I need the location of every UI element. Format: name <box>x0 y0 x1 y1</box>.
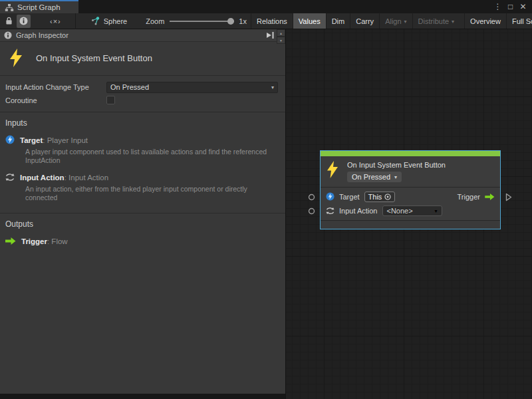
flow-arrow-icon <box>5 237 16 245</box>
chevron-down-icon: ▾ <box>452 19 454 25</box>
toolbar-divider <box>75 13 76 29</box>
trigger-output-port[interactable] <box>505 193 512 201</box>
zoom-label: Zoom <box>146 17 164 25</box>
info-icon <box>19 17 28 25</box>
port-name: Trigger <box>21 237 47 245</box>
graph-context-icon <box>90 16 100 26</box>
tab-script-graph[interactable]: Script Graph <box>0 0 78 13</box>
chevron-down-icon: ▾ <box>404 19 407 25</box>
inspector-title: Graph Inspector <box>16 31 266 39</box>
toolbar-button-fullscreen[interactable]: Full Screen <box>506 13 532 29</box>
code-view-button[interactable]: ‹×› <box>47 15 64 28</box>
node-row-label: Target <box>339 193 360 201</box>
toolbar: ‹×› Sphere Zoom 1x <box>0 13 532 29</box>
outputs-heading: Outputs <box>5 219 280 229</box>
toolbar-button-distribute[interactable]: Distribute ▾ <box>412 13 460 29</box>
script-graph-window: Script Graph ⋮ □ ✕ <box>0 0 532 399</box>
zoom-slider-track[interactable] <box>170 21 234 22</box>
node-row-input-action: Input Action <None> ▾ <box>326 203 495 217</box>
input-action-icon <box>326 207 334 215</box>
target-value-chip[interactable]: This <box>364 192 396 202</box>
inspector-toggle-button[interactable] <box>17 15 31 28</box>
inspector-scroll-strip: ▲ ▼ <box>277 29 285 44</box>
info-icon <box>4 31 12 39</box>
toolbar-button-align[interactable]: Align ▾ <box>379 13 412 29</box>
unit-title: On Input System Event Button <box>36 53 152 63</box>
tab-label: Script Graph <box>17 3 61 11</box>
graph-icon <box>5 3 14 12</box>
dock-panel-icon[interactable] <box>266 31 275 39</box>
node-mode-dropdown[interactable]: On Pressed ▾ <box>347 172 402 182</box>
port-type: : Player Input <box>43 136 88 144</box>
input-port-target: Target: Player Input A player input comp… <box>5 134 280 165</box>
window-menu-icon[interactable]: ⋮ <box>493 1 503 13</box>
node-accent-bar <box>321 151 500 156</box>
player-input-icon <box>326 192 334 201</box>
lock-icon <box>5 17 13 25</box>
port-name: Input Action <box>20 174 65 182</box>
toolbar-button-values[interactable]: Values <box>293 13 326 29</box>
output-port-trigger: Trigger: Flow <box>5 235 280 247</box>
inputs-section: Inputs Target: Player Input A player inp… <box>0 112 285 213</box>
flow-arrow-icon <box>485 194 495 200</box>
chevron-down-icon: ▾ <box>434 209 437 214</box>
graph-context-label: Sphere <box>104 17 127 25</box>
event-node[interactable]: On Input System Event Button On Pressed … <box>320 150 501 229</box>
toolbar-button-dim[interactable]: Dim <box>326 13 350 29</box>
port-type: : Flow <box>47 237 68 245</box>
node-header[interactable]: On Input System Event Button On Pressed … <box>321 156 500 188</box>
window-maximize-icon[interactable]: □ <box>505 1 515 13</box>
coroutine-checkbox[interactable] <box>106 96 115 104</box>
inputs-heading: Inputs <box>5 118 280 128</box>
self-target-icon <box>384 194 391 200</box>
input-action-dropdown[interactable]: <None> ▾ <box>382 205 442 216</box>
node-title: On Input System Event Button <box>347 160 446 169</box>
graph-canvas[interactable]: On Input System Event Button On Pressed … <box>286 29 532 399</box>
node-footer <box>321 221 500 229</box>
titlebar: Script Graph ⋮ □ ✕ <box>0 0 532 13</box>
node-row-label: Input Action <box>339 207 378 215</box>
player-input-icon <box>5 135 15 144</box>
titlebar-spacer <box>78 0 493 13</box>
toolbar-button-relations[interactable]: Relations <box>251 13 293 29</box>
outputs-section: Outputs Trigger: Flow <box>0 213 285 255</box>
input-port-input-action: Input Action: Input Action An input acti… <box>5 171 280 202</box>
lock-button[interactable] <box>3 15 15 28</box>
change-type-dropdown[interactable]: On Pressed ▾ <box>106 82 278 93</box>
target-input-port[interactable] <box>308 194 315 201</box>
chevron-down-icon: ▾ <box>271 85 274 90</box>
input-action-icon <box>5 173 15 182</box>
chevron-down-icon: ▾ <box>394 175 397 180</box>
toolbar-button-carry[interactable]: Carry <box>350 13 379 29</box>
input-action-input-port[interactable] <box>308 207 315 215</box>
unit-title-block: On Input System Event Button <box>0 42 285 76</box>
port-name: Target <box>20 136 43 144</box>
node-row-target: Target This Trigger <box>326 190 495 203</box>
window-close-icon[interactable]: ✕ <box>518 1 528 13</box>
field-label-coroutine: Coroutine <box>5 96 106 104</box>
node-output-label: Trigger <box>458 193 480 201</box>
toolbar-button-overview[interactable]: Overview <box>464 13 506 29</box>
event-bolt-icon <box>8 49 24 67</box>
scroll-up-button[interactable]: ▲ <box>277 29 285 37</box>
node-body: Target This Trigger <box>321 188 500 221</box>
graph-context-button[interactable]: Sphere <box>86 16 131 26</box>
zoom-slider[interactable] <box>170 15 234 28</box>
field-label-change-type: Input Action Change Type <box>5 83 106 91</box>
zoom-slider-handle[interactable] <box>227 18 234 25</box>
port-description: An input action, either from the linked … <box>25 185 280 202</box>
scroll-up-icon: ▲ <box>279 31 283 35</box>
panel-bottom-strip <box>0 394 285 399</box>
zoom-value: 1x <box>239 17 247 25</box>
fields-block: Input Action Change Type On Pressed ▾ Co… <box>0 76 285 112</box>
port-description: A player input component used to list av… <box>25 148 280 165</box>
code-icon: ‹×› <box>50 17 61 25</box>
event-bolt-icon <box>326 161 339 178</box>
inspector-header: Graph Inspector <box>0 29 285 42</box>
scroll-down-icon: ▼ <box>279 39 283 43</box>
graph-inspector-panel: Graph Inspector ▲ ▼ On Input System Even… <box>0 29 286 399</box>
port-type: : Input Action <box>65 174 109 182</box>
scroll-down-button[interactable]: ▼ <box>277 37 285 44</box>
